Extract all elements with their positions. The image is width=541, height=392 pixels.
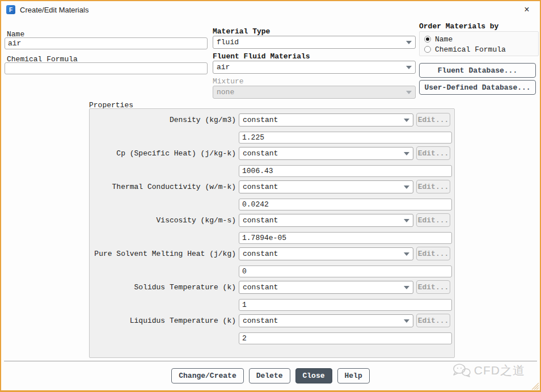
solidus-temperature-method-dropdown[interactable]: constant	[239, 281, 413, 294]
material-type-dropdown[interactable]: fluid	[213, 36, 416, 49]
radio-selected-icon	[424, 36, 431, 43]
material-type-label: Material Type	[213, 27, 270, 36]
cp-method-value: constant	[243, 149, 400, 158]
chevron-down-icon	[406, 91, 412, 94]
liquidus-temperature-edit-button[interactable]: Edit...	[416, 314, 450, 327]
melting-heat-edit-button[interactable]: Edit...	[416, 247, 450, 260]
density-method-value: constant	[243, 116, 400, 124]
thermal-conductivity-method-value: constant	[243, 183, 400, 191]
footer-button-bar: Change/Create Delete Close Help	[1, 368, 540, 384]
fluent-database-button[interactable]: Fluent Database...	[419, 63, 536, 78]
chevron-down-icon	[404, 252, 409, 256]
viscosity-method-dropdown[interactable]: constant	[239, 214, 413, 227]
viscosity-method-value: constant	[243, 216, 400, 225]
melting-heat-value-input[interactable]	[239, 265, 452, 277]
material-type-value: fluid	[217, 38, 403, 47]
thermal-conductivity-value-input[interactable]	[239, 199, 452, 210]
property-label-liquidus-temperature: Liquidus Temperature (k)	[94, 314, 236, 327]
order-by-chemical-formula-option[interactable]: Chemical Formula	[424, 44, 538, 54]
liquidus-temperature-method-dropdown[interactable]: constant	[239, 314, 413, 327]
property-label-solidus-temperature: Solidus Temperature (k)	[94, 281, 236, 294]
order-materials-by-label: Order Materials by	[419, 22, 498, 31]
mixture-value: none	[217, 88, 403, 96]
mixture-label: Mixture	[213, 77, 244, 86]
titlebar: F Create/Edit Materials ×	[1, 1, 540, 18]
chevron-down-icon	[404, 286, 409, 289]
property-label-viscosity: Viscosity (kg/m-s)	[94, 214, 236, 227]
density-edit-button[interactable]: Edit...	[416, 113, 450, 127]
solidus-temperature-method-value: constant	[243, 283, 400, 292]
property-label-thermal-conductivity: Thermal Conductivity (w/m-k)	[94, 180, 236, 193]
order-by-name-option[interactable]: Name	[424, 34, 538, 44]
close-icon[interactable]: ×	[521, 4, 532, 15]
close-button[interactable]: Close	[295, 368, 332, 383]
delete-button[interactable]: Delete	[249, 368, 290, 383]
fluent-fluid-materials-label: Fluent Fluid Materials	[213, 52, 310, 61]
thermal-conductivity-edit-button[interactable]: Edit...	[416, 180, 450, 193]
fluent-app-icon: F	[6, 5, 15, 14]
property-label-melting-heat: Pure Solvent Melting Heat (j/kg)	[94, 247, 236, 260]
order-materials-radio-group: Name Chemical Formula	[419, 31, 539, 56]
chevron-down-icon	[404, 119, 409, 122]
order-by-name-label: Name	[435, 35, 453, 44]
fluent-fluid-materials-dropdown[interactable]: air	[213, 61, 416, 74]
resize-grip-icon[interactable]	[530, 381, 539, 390]
cp-edit-button[interactable]: Edit...	[416, 146, 450, 160]
fluent-fluid-materials-value: air	[217, 63, 403, 71]
solidus-temperature-value-input[interactable]	[239, 299, 452, 311]
viscosity-edit-button[interactable]: Edit...	[416, 213, 450, 227]
property-label-density: Density (kg/m3)	[94, 113, 236, 127]
mixture-dropdown: none	[213, 86, 416, 99]
chevron-down-icon	[404, 219, 409, 222]
density-method-dropdown[interactable]: constant	[239, 113, 413, 127]
melting-heat-method-dropdown[interactable]: constant	[239, 247, 413, 260]
chevron-down-icon	[404, 152, 409, 155]
radio-unselected-icon	[424, 46, 431, 53]
order-by-chemical-formula-label: Chemical Formula	[435, 45, 506, 54]
solidus-temperature-edit-button[interactable]: Edit...	[416, 280, 450, 294]
chevron-down-icon	[404, 186, 409, 189]
user-defined-database-button[interactable]: User-Defined Database...	[419, 80, 536, 95]
create-edit-materials-dialog: F Create/Edit Materials × Name Chemical …	[0, 0, 541, 392]
name-input[interactable]	[5, 37, 208, 49]
viscosity-value-input[interactable]	[239, 232, 452, 244]
change-create-button[interactable]: Change/Create	[171, 368, 243, 383]
help-button[interactable]: Help	[337, 368, 370, 383]
chemical-formula-input[interactable]	[5, 62, 208, 74]
footer-separator	[4, 361, 537, 361]
cp-method-dropdown[interactable]: constant	[239, 147, 413, 160]
cp-value-input[interactable]	[239, 165, 452, 177]
chevron-down-icon	[404, 319, 409, 323]
dialog-title: Create/Edit Materials	[20, 6, 88, 14]
chevron-down-icon	[406, 66, 412, 69]
liquidus-temperature-method-value: constant	[243, 317, 400, 325]
properties-panel: Density (kg/m3) constant Edit... Cp (Spe…	[89, 108, 455, 358]
thermal-conductivity-method-dropdown[interactable]: constant	[239, 180, 413, 193]
density-value-input[interactable]	[239, 132, 452, 144]
property-label-cp: Cp (Specific Heat) (j/kg-k)	[94, 147, 236, 160]
chevron-down-icon	[406, 41, 412, 44]
liquidus-temperature-value-input[interactable]	[239, 332, 452, 344]
melting-heat-method-value: constant	[243, 250, 400, 258]
